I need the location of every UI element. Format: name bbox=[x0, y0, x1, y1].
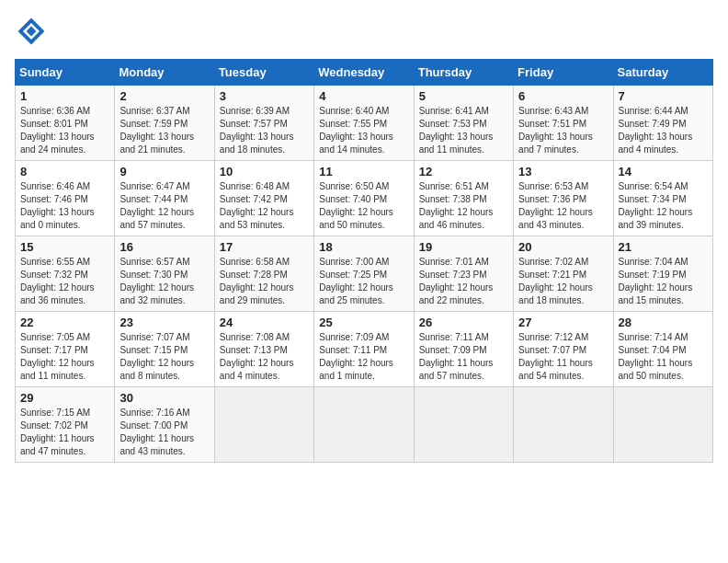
day-info: Sunrise: 6:43 AM Sunset: 7:51 PM Dayligh… bbox=[518, 105, 608, 156]
calendar-cell: 15Sunrise: 6:55 AM Sunset: 7:32 PM Dayli… bbox=[16, 236, 115, 312]
day-info: Sunrise: 6:53 AM Sunset: 7:36 PM Dayligh… bbox=[518, 180, 608, 232]
calendar-cell: 9Sunrise: 6:47 AM Sunset: 7:44 PM Daylig… bbox=[115, 161, 214, 236]
day-info: Sunrise: 6:36 AM Sunset: 8:01 PM Dayligh… bbox=[20, 105, 109, 156]
day-number: 30 bbox=[119, 391, 209, 405]
header-day-saturday: Saturday bbox=[613, 60, 712, 86]
calendar-cell: 2Sunrise: 6:37 AM Sunset: 7:59 PM Daylig… bbox=[115, 86, 214, 161]
day-number: 16 bbox=[119, 240, 209, 254]
calendar-week-3: 15Sunrise: 6:55 AM Sunset: 7:32 PM Dayli… bbox=[16, 236, 713, 312]
day-info: Sunrise: 6:57 AM Sunset: 7:30 PM Dayligh… bbox=[119, 256, 209, 307]
day-number: 22 bbox=[20, 316, 109, 329]
calendar-week-5: 29Sunrise: 7:15 AM Sunset: 7:02 PM Dayli… bbox=[16, 387, 713, 463]
calendar-cell: 6Sunrise: 6:43 AM Sunset: 7:51 PM Daylig… bbox=[514, 86, 613, 161]
calendar-cell: 30Sunrise: 7:16 AM Sunset: 7:00 PM Dayli… bbox=[115, 387, 214, 463]
logo-icon bbox=[15, 15, 48, 48]
calendar-week-1: 1Sunrise: 6:36 AM Sunset: 8:01 PM Daylig… bbox=[16, 86, 713, 161]
day-number: 9 bbox=[119, 165, 209, 178]
header-day-sunday: Sunday bbox=[16, 60, 115, 86]
calendar-cell: 3Sunrise: 6:39 AM Sunset: 7:57 PM Daylig… bbox=[214, 86, 313, 161]
calendar-cell bbox=[613, 387, 712, 463]
day-number: 26 bbox=[419, 316, 508, 329]
day-number: 15 bbox=[20, 240, 109, 254]
calendar-cell: 10Sunrise: 6:48 AM Sunset: 7:42 PM Dayli… bbox=[214, 161, 313, 236]
calendar-cell: 8Sunrise: 6:46 AM Sunset: 7:46 PM Daylig… bbox=[16, 161, 115, 236]
day-number: 27 bbox=[518, 316, 608, 329]
day-number: 7 bbox=[619, 89, 708, 103]
calendar-cell: 21Sunrise: 7:04 AM Sunset: 7:19 PM Dayli… bbox=[613, 236, 712, 312]
calendar-cell: 24Sunrise: 7:08 AM Sunset: 7:13 PM Dayli… bbox=[214, 312, 313, 387]
calendar-cell: 23Sunrise: 7:07 AM Sunset: 7:15 PM Dayli… bbox=[115, 312, 214, 387]
day-info: Sunrise: 6:58 AM Sunset: 7:28 PM Dayligh… bbox=[220, 256, 309, 307]
header-day-wednesday: Wednesday bbox=[314, 60, 414, 86]
day-number: 10 bbox=[220, 165, 309, 178]
day-info: Sunrise: 6:44 AM Sunset: 7:49 PM Dayligh… bbox=[619, 105, 708, 156]
day-number: 6 bbox=[518, 89, 608, 103]
day-number: 23 bbox=[119, 316, 209, 329]
day-number: 11 bbox=[319, 165, 408, 178]
calendar-cell bbox=[514, 387, 613, 463]
day-number: 2 bbox=[119, 89, 209, 103]
day-number: 25 bbox=[319, 316, 408, 329]
calendar-cell: 12Sunrise: 6:51 AM Sunset: 7:38 PM Dayli… bbox=[414, 161, 513, 236]
calendar-body: 1Sunrise: 6:36 AM Sunset: 8:01 PM Daylig… bbox=[16, 86, 713, 463]
calendar-cell bbox=[314, 387, 414, 463]
header-row: SundayMondayTuesdayWednesdayThursdayFrid… bbox=[16, 60, 713, 86]
calendar-cell: 22Sunrise: 7:05 AM Sunset: 7:17 PM Dayli… bbox=[16, 312, 115, 387]
calendar-week-2: 8Sunrise: 6:46 AM Sunset: 7:46 PM Daylig… bbox=[16, 161, 713, 236]
calendar-week-4: 22Sunrise: 7:05 AM Sunset: 7:17 PM Dayli… bbox=[16, 312, 713, 387]
day-info: Sunrise: 6:51 AM Sunset: 7:38 PM Dayligh… bbox=[419, 180, 508, 232]
day-number: 8 bbox=[20, 165, 109, 178]
calendar-cell: 14Sunrise: 6:54 AM Sunset: 7:34 PM Dayli… bbox=[613, 161, 712, 236]
day-info: Sunrise: 7:09 AM Sunset: 7:11 PM Dayligh… bbox=[319, 331, 408, 383]
day-info: Sunrise: 6:40 AM Sunset: 7:55 PM Dayligh… bbox=[319, 105, 408, 156]
day-info: Sunrise: 6:46 AM Sunset: 7:46 PM Dayligh… bbox=[20, 180, 109, 232]
day-info: Sunrise: 7:01 AM Sunset: 7:23 PM Dayligh… bbox=[419, 256, 508, 307]
day-info: Sunrise: 6:50 AM Sunset: 7:40 PM Dayligh… bbox=[319, 180, 408, 232]
calendar-cell: 19Sunrise: 7:01 AM Sunset: 7:23 PM Dayli… bbox=[414, 236, 513, 312]
day-number: 20 bbox=[518, 240, 608, 254]
day-number: 21 bbox=[619, 240, 708, 254]
day-number: 19 bbox=[419, 240, 508, 254]
calendar-cell: 5Sunrise: 6:41 AM Sunset: 7:53 PM Daylig… bbox=[414, 86, 513, 161]
calendar-cell: 11Sunrise: 6:50 AM Sunset: 7:40 PM Dayli… bbox=[314, 161, 414, 236]
day-number: 28 bbox=[619, 316, 708, 329]
day-number: 14 bbox=[619, 165, 708, 178]
day-info: Sunrise: 6:37 AM Sunset: 7:59 PM Dayligh… bbox=[119, 105, 209, 156]
calendar-cell: 28Sunrise: 7:14 AM Sunset: 7:04 PM Dayli… bbox=[613, 312, 712, 387]
calendar-cell: 25Sunrise: 7:09 AM Sunset: 7:11 PM Dayli… bbox=[314, 312, 414, 387]
calendar-cell: 26Sunrise: 7:11 AM Sunset: 7:09 PM Dayli… bbox=[414, 312, 513, 387]
calendar-cell: 4Sunrise: 6:40 AM Sunset: 7:55 PM Daylig… bbox=[314, 86, 414, 161]
day-info: Sunrise: 7:11 AM Sunset: 7:09 PM Dayligh… bbox=[419, 331, 508, 383]
calendar-cell: 18Sunrise: 7:00 AM Sunset: 7:25 PM Dayli… bbox=[314, 236, 414, 312]
day-info: Sunrise: 6:55 AM Sunset: 7:32 PM Dayligh… bbox=[20, 256, 109, 307]
calendar-cell: 16Sunrise: 6:57 AM Sunset: 7:30 PM Dayli… bbox=[115, 236, 214, 312]
day-number: 3 bbox=[220, 89, 309, 103]
day-info: Sunrise: 7:16 AM Sunset: 7:00 PM Dayligh… bbox=[119, 407, 209, 458]
day-number: 5 bbox=[419, 89, 508, 103]
calendar-cell: 13Sunrise: 6:53 AM Sunset: 7:36 PM Dayli… bbox=[514, 161, 613, 236]
header-day-friday: Friday bbox=[514, 60, 613, 86]
calendar-cell: 17Sunrise: 6:58 AM Sunset: 7:28 PM Dayli… bbox=[214, 236, 313, 312]
day-number: 24 bbox=[220, 316, 309, 329]
day-number: 29 bbox=[20, 391, 109, 405]
calendar-cell bbox=[214, 387, 313, 463]
calendar-cell bbox=[414, 387, 513, 463]
day-number: 17 bbox=[220, 240, 309, 254]
day-info: Sunrise: 7:14 AM Sunset: 7:04 PM Dayligh… bbox=[619, 331, 708, 383]
day-info: Sunrise: 7:12 AM Sunset: 7:07 PM Dayligh… bbox=[518, 331, 608, 383]
day-number: 12 bbox=[419, 165, 508, 178]
day-info: Sunrise: 7:07 AM Sunset: 7:15 PM Dayligh… bbox=[119, 331, 209, 383]
day-number: 4 bbox=[319, 89, 408, 103]
day-info: Sunrise: 6:47 AM Sunset: 7:44 PM Dayligh… bbox=[119, 180, 209, 232]
calendar-cell: 1Sunrise: 6:36 AM Sunset: 8:01 PM Daylig… bbox=[16, 86, 115, 161]
day-info: Sunrise: 6:39 AM Sunset: 7:57 PM Dayligh… bbox=[220, 105, 309, 156]
calendar-cell: 27Sunrise: 7:12 AM Sunset: 7:07 PM Dayli… bbox=[514, 312, 613, 387]
calendar-header: SundayMondayTuesdayWednesdayThursdayFrid… bbox=[16, 60, 713, 86]
logo bbox=[15, 15, 51, 48]
header-day-thursday: Thursday bbox=[414, 60, 513, 86]
calendar-table: SundayMondayTuesdayWednesdayThursdayFrid… bbox=[15, 59, 713, 463]
day-number: 1 bbox=[20, 89, 109, 103]
day-info: Sunrise: 7:00 AM Sunset: 7:25 PM Dayligh… bbox=[319, 256, 408, 307]
page-header bbox=[15, 15, 713, 48]
day-info: Sunrise: 7:15 AM Sunset: 7:02 PM Dayligh… bbox=[20, 407, 109, 458]
